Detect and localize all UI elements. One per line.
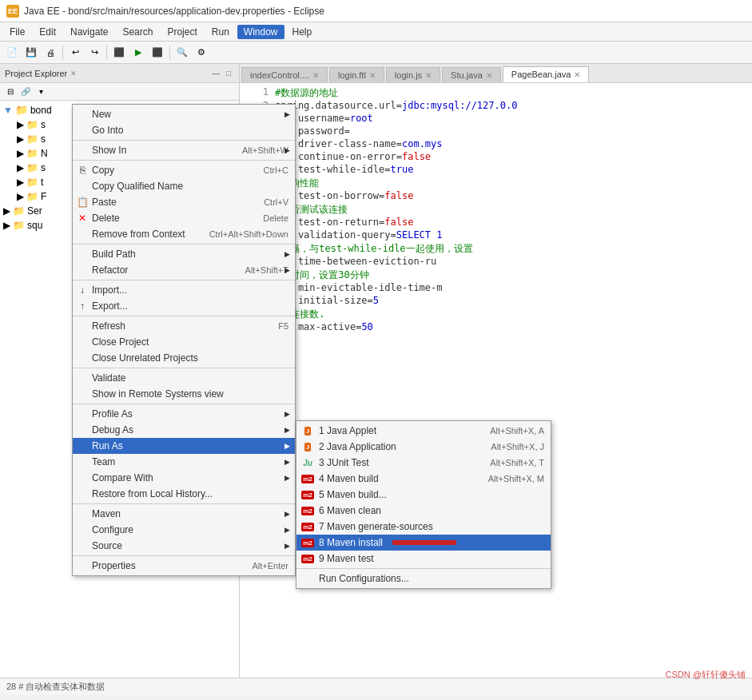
ctx-delete[interactable]: ✕ Delete Delete: [73, 210, 295, 226]
ctx-paste-shortcut: Ctrl+V: [264, 197, 288, 207]
tab-label-loginjs: login.js: [395, 70, 422, 80]
explorer-max-btn[interactable]: □: [223, 68, 234, 79]
tree-label-s1: s: [41, 119, 46, 130]
tab-loginftl[interactable]: login.ftl ✕: [329, 67, 384, 82]
java-application-icon: J: [300, 443, 316, 451]
tree-label-ser: Ser: [27, 205, 42, 217]
toolbar-debug-btn[interactable]: ⬛: [110, 44, 128, 62]
tab-label-pagebean: PageBean.java: [511, 70, 571, 79]
ctx-closeproject[interactable]: Close Project: [73, 334, 295, 350]
explorer-link-btn[interactable]: 🔗: [18, 85, 33, 99]
tab-stujava[interactable]: Stu.java ✕: [442, 67, 501, 82]
ctx-refactor-shortcut: Alt+Shift+T: [245, 265, 288, 275]
sub-run-configurations[interactable]: Run Configurations...: [296, 571, 551, 587]
ctx-buildpath[interactable]: Build Path: [73, 246, 295, 262]
sub-maven-clean[interactable]: m2 6 Maven clean: [296, 503, 551, 519]
ctx-showin[interactable]: Show In Alt+Shift+W: [73, 142, 295, 158]
ctx-import[interactable]: ↓ Import...: [73, 282, 295, 298]
ctx-showremote[interactable]: Show in Remote Systems view: [73, 386, 295, 402]
toolbar-redo-btn[interactable]: ↪: [86, 44, 103, 62]
menu-run[interactable]: Run: [205, 25, 236, 39]
tab-close-loginjs[interactable]: ✕: [425, 71, 432, 80]
ctx-paste[interactable]: 📋 Paste Ctrl+V: [73, 194, 295, 210]
submenu-runas: J 1 Java Applet Alt+Shift+X, A J 2 Java …: [296, 420, 551, 589]
code-line-7: rce.test-while-idle=true: [240, 164, 752, 177]
toolbar-run-btn[interactable]: ▶: [129, 44, 147, 62]
ctx-copy[interactable]: ⎘ Copy Ctrl+C: [73, 162, 295, 178]
tab-close-loginftl[interactable]: ✕: [369, 71, 376, 80]
sub-java-applet[interactable]: J 1 Java Applet Alt+Shift+X, A: [296, 423, 551, 439]
tree-label-squ: squ: [27, 220, 42, 231]
tab-close-stu[interactable]: ✕: [486, 71, 492, 80]
ctx-comparewith[interactable]: Compare With: [73, 470, 295, 486]
java-applet-icon: J: [300, 427, 316, 436]
code-text-9: rce.test-on-borrow=false: [275, 190, 413, 201]
ctx-closeunrelated[interactable]: Close Unrelated Projects: [73, 350, 295, 366]
tab-loginjs[interactable]: login.js ✕: [386, 67, 440, 82]
ctx-refresh[interactable]: Refresh F5: [73, 318, 295, 334]
sub-maven-test[interactable]: m2 9 Maven test: [296, 551, 551, 567]
ctx-debugas[interactable]: Debug As: [73, 422, 295, 438]
ctx-team[interactable]: Team: [73, 454, 295, 470]
toolbar-print-btn[interactable]: 🖨: [42, 44, 59, 62]
ctx-configure[interactable]: Configure: [73, 522, 295, 538]
delete-icon: ✕: [76, 213, 89, 224]
ctx-showin-label: Show In: [92, 145, 126, 156]
ctx-gointo[interactable]: Go Into: [73, 122, 295, 138]
toolbar-search-btn[interactable]: 🔍: [173, 44, 191, 62]
toolbar-settings-btn[interactable]: ⚙: [193, 44, 210, 62]
ctx-export-label: Export...: [92, 300, 128, 312]
tab-close-pagebean[interactable]: ✕: [574, 70, 580, 79]
sub-maven-build[interactable]: m2 4 Maven build Alt+Shift+X, M: [296, 471, 551, 487]
ctx-profileas[interactable]: Profile As: [73, 406, 295, 422]
sub-maven-build2[interactable]: m2 5 Maven build...: [296, 487, 551, 503]
ctx-removectx[interactable]: Remove from Context Ctrl+Alt+Shift+Down: [73, 226, 295, 242]
ctx-maven[interactable]: Maven: [73, 506, 295, 522]
menu-search[interactable]: Search: [116, 25, 159, 39]
menu-edit[interactable]: Edit: [33, 25, 62, 39]
context-menu: New Go Into Show In Alt+Shift+W ⎘ Copy C…: [72, 104, 296, 576]
code-line-12: rce.validation-query=SELECT 1: [240, 229, 752, 242]
ctx-export[interactable]: ↑ Export...: [73, 298, 295, 314]
toolbar-undo-btn[interactable]: ↩: [66, 44, 84, 62]
ctx-restorefrom-label: Restore from Local History...: [92, 488, 213, 499]
sub-junit-test[interactable]: Ju 3 JUnit Test Alt+Shift+X, T: [296, 455, 551, 471]
explorer-collapse-btn[interactable]: ⊟: [3, 85, 18, 99]
tab-pagebeans[interactable]: PageBean.java ✕: [503, 66, 590, 82]
folder-arrow-icon4: ▶: [17, 162, 24, 173]
menu-file[interactable]: File: [3, 25, 31, 39]
export-icon: ↑: [76, 300, 89, 312]
toolbar-new-btn[interactable]: 📄: [3, 44, 21, 62]
menu-help[interactable]: Help: [286, 25, 319, 39]
ctx-runas-label: Run As: [92, 440, 123, 451]
toolbar-save-btn[interactable]: 💾: [22, 44, 40, 62]
code-text-2: spring.datasource.url=jdbc:mysql://127.0…: [275, 100, 517, 111]
ctx-copy-label: Copy: [92, 165, 114, 176]
menu-navigate[interactable]: Navigate: [64, 25, 114, 39]
maven-clean-icon: m2: [300, 507, 316, 515]
ctx-restorefrom[interactable]: Restore from Local History...: [73, 486, 295, 502]
window-title: Java EE - bond/src/main/resources/applic…: [24, 6, 324, 17]
sub-run-configurations-label: Run Configurations...: [319, 573, 409, 584]
ctx-properties[interactable]: Properties Alt+Enter: [73, 558, 295, 574]
sub-java-application[interactable]: J 2 Java Application Alt+Shift+X, J: [296, 439, 551, 455]
ctx-new[interactable]: New: [73, 106, 295, 122]
ctx-validate[interactable]: Validate: [73, 370, 295, 386]
tab-close-index[interactable]: ✕: [312, 71, 319, 80]
sub-maven-install[interactable]: m2 8 Maven install: [296, 535, 551, 551]
ctx-runas[interactable]: Run As: [73, 438, 295, 454]
explorer-min-btn[interactable]: —: [210, 68, 221, 79]
tab-indexcontrol[interactable]: indexControl.... ✕: [241, 67, 328, 82]
sub-maven-build-label: 4 Maven build: [319, 473, 379, 484]
ctx-source[interactable]: Source: [73, 538, 295, 554]
sub-maven-generate[interactable]: m2 7 Maven generate-sources: [296, 519, 551, 535]
menu-project[interactable]: Project: [161, 25, 203, 39]
folder-icon-s3: 📁: [26, 162, 38, 173]
ctx-refactor[interactable]: Refactor Alt+Shift+T: [73, 262, 295, 278]
menu-window[interactable]: Window: [237, 25, 284, 39]
ctx-copyqualified[interactable]: Copy Qualified Name: [73, 178, 295, 194]
explorer-menu-btn[interactable]: ▾: [34, 85, 48, 99]
ctx-import-label: Import...: [92, 284, 127, 296]
folder-icon-s1: 📁: [26, 119, 38, 130]
toolbar-stop-btn[interactable]: ⬛: [149, 44, 166, 62]
